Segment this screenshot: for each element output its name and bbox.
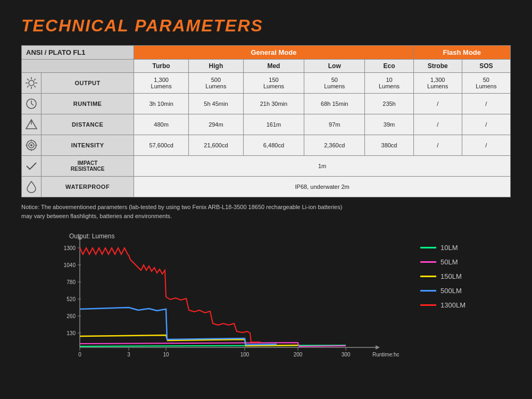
- legend-150lm: 150LM: [420, 272, 466, 280]
- clock-icon: [24, 96, 39, 111]
- page-title: TECHNICAL PARAMETERS: [21, 16, 511, 36]
- y-axis-label: Output: Lumens: [69, 232, 114, 240]
- table-row-distance: DISTANCE 480m 294m 161m 97m 39m / /: [22, 114, 511, 135]
- svg-text:200: 200: [294, 352, 303, 358]
- svg-line-7: [34, 79, 36, 80]
- runtime-label: RUNTIME: [41, 94, 134, 114]
- table-row-impact: IMPACTRESISTANCE 1m: [22, 156, 511, 177]
- check-icon: [24, 159, 39, 173]
- distance-turbo: 480m: [134, 114, 189, 135]
- sun-icon: [24, 76, 39, 90]
- legend-label-10lm: 10LM: [440, 244, 458, 252]
- chart-container: Output: Lumens 1300 1040: [27, 228, 511, 363]
- intensity-sos: /: [462, 135, 510, 156]
- table-row-runtime: RUNTIME 3h 10min 5h 45min 21h 30min 68h …: [22, 94, 511, 114]
- svg-text:100: 100: [240, 352, 250, 358]
- subheader-med: Med: [243, 60, 304, 73]
- output-low: 50Lumens: [304, 73, 365, 94]
- runtime-high: 5h 45min: [189, 94, 244, 114]
- runtime-eco: 235h: [365, 94, 413, 114]
- output-med: 150Lumens: [243, 73, 304, 94]
- svg-text:10: 10: [163, 352, 169, 358]
- svg-text:0: 0: [78, 352, 81, 358]
- water-icon: [24, 179, 39, 194]
- subheader-eco: Eco: [365, 60, 413, 73]
- waterproof-icon-cell: [22, 177, 41, 197]
- runtime-strobe: /: [413, 94, 462, 114]
- subheader-sos: SOS: [462, 60, 510, 73]
- legend-10lm: 10LM: [420, 244, 466, 252]
- output-strobe: 1,300Lumens: [413, 73, 462, 94]
- distance-label: DISTANCE: [41, 114, 134, 135]
- intensity-icon-cell: [22, 135, 41, 156]
- impact-icon-cell: [22, 156, 41, 177]
- distance-strobe: /: [413, 114, 462, 135]
- legend-line-10lm: [420, 247, 436, 248]
- svg-text:260: 260: [66, 313, 76, 319]
- runtime-med: 21h 30min: [243, 94, 304, 114]
- legend-label-1300lm: 1300LM: [440, 301, 466, 309]
- header-ansi: ANSI / PLATO FL1: [22, 46, 134, 60]
- notice-text: Notice: The abovementioned parameters (l…: [21, 203, 511, 220]
- intensity-turbo: 57,600cd: [134, 135, 189, 156]
- intensity-strobe: /: [413, 135, 462, 156]
- runtime-sos: /: [462, 94, 510, 114]
- svg-line-5: [27, 79, 29, 80]
- svg-text:520: 520: [66, 296, 76, 302]
- table-row-output: OUTPUT 1,300Lumens 500Lumens 150Lumens 5…: [22, 73, 511, 94]
- target-icon: [24, 138, 39, 153]
- output-high: 500Lumens: [189, 73, 244, 94]
- subheader-turbo: Turbo: [134, 60, 189, 73]
- output-label: OUTPUT: [41, 73, 134, 94]
- intensity-high: 21,600cd: [189, 135, 244, 156]
- output-eco: 10Lumens: [365, 73, 413, 94]
- legend-line-150lm: [420, 276, 436, 277]
- runtime-icon-cell: [22, 94, 41, 114]
- svg-line-11: [31, 104, 34, 105]
- chart-legend: 10LM 50LM 150LM 500LM 1300LM: [420, 244, 466, 309]
- distance-high: 294m: [189, 114, 244, 135]
- svg-point-16: [30, 144, 32, 146]
- chart-area: Output: Lumens 1300 1040: [37, 228, 410, 363]
- intensity-label: INTENSITY: [41, 135, 134, 156]
- header-flash: Flash Mode: [413, 46, 510, 60]
- triangle-icon: [24, 117, 39, 132]
- legend-50lm: 50LM: [420, 258, 466, 266]
- output-sos: 50Lumens: [462, 73, 510, 94]
- svg-text:300: 300: [342, 352, 351, 358]
- subheader-low: Low: [304, 60, 365, 73]
- output-turbo: 1,300Lumens: [134, 73, 189, 94]
- subheader-strobe: Strobe: [413, 60, 462, 73]
- legend-line-50lm: [420, 261, 436, 263]
- svg-text:1040: 1040: [64, 262, 76, 268]
- intensity-med: 6,480cd: [243, 135, 304, 156]
- output-icon-cell: [22, 73, 41, 94]
- distance-eco: 39m: [365, 114, 413, 135]
- chart-svg: Output: Lumens 1300 1040: [37, 228, 399, 366]
- svg-point-0: [29, 80, 34, 86]
- svg-text:3: 3: [127, 352, 130, 358]
- legend-label-50lm: 50LM: [440, 258, 458, 266]
- subheader-high: High: [189, 60, 244, 73]
- impact-label: IMPACTRESISTANCE: [41, 156, 134, 177]
- distance-med: 161m: [243, 114, 304, 135]
- impact-value: 1m: [134, 156, 511, 177]
- svg-text:130: 130: [66, 330, 76, 336]
- intensity-eco: 380cd: [365, 135, 413, 156]
- waterproof-label: WATERPROOF: [41, 177, 134, 197]
- runtime-turbo: 3h 10min: [134, 94, 189, 114]
- legend-1300lm: 1300LM: [420, 301, 466, 309]
- intensity-low: 2,360cd: [304, 135, 365, 156]
- page-container: TECHNICAL PARAMETERS ANSI / PLATO FL1 Ge…: [0, 0, 532, 374]
- params-table: ANSI / PLATO FL1 General Mode Flash Mode…: [21, 45, 511, 197]
- table-row-waterproof: WATERPROOF IP68, underwater 2m: [22, 177, 511, 197]
- svg-line-8: [27, 86, 29, 87]
- legend-line-500lm: [420, 290, 436, 292]
- header-ansi-blank: [22, 60, 134, 73]
- distance-sos: /: [462, 114, 510, 135]
- distance-low: 97m: [304, 114, 365, 135]
- legend-label-500lm: 500LM: [440, 287, 462, 295]
- legend-500lm: 500LM: [420, 287, 466, 295]
- waterproof-value: IP68, underwater 2m: [134, 177, 511, 197]
- svg-text:780: 780: [66, 279, 76, 285]
